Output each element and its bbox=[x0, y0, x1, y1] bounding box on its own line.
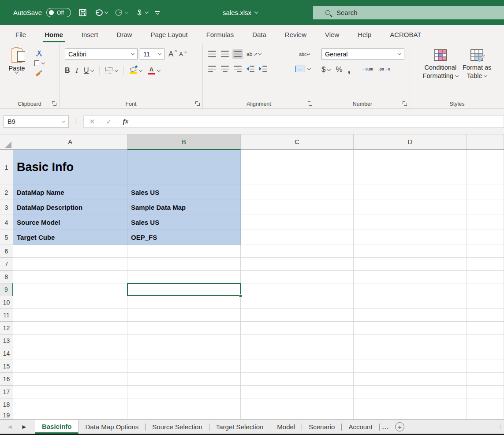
cell-C1[interactable] bbox=[241, 150, 354, 185]
cell-A12[interactable] bbox=[13, 322, 127, 335]
decrease-decimal-button[interactable]: .00 →0 bbox=[378, 67, 390, 72]
row-header-9[interactable]: 9 bbox=[0, 283, 13, 296]
cell-B17[interactable] bbox=[127, 386, 241, 398]
name-box-dropdown-icon[interactable] bbox=[62, 119, 65, 123]
cell-B6[interactable] bbox=[127, 245, 241, 258]
top-align-button[interactable] bbox=[208, 51, 216, 57]
column-header-B[interactable]: B bbox=[127, 134, 241, 150]
cell-E12[interactable] bbox=[467, 322, 504, 335]
ribbon-tab-help[interactable]: Help bbox=[352, 25, 377, 44]
cell-B13[interactable] bbox=[127, 335, 241, 347]
increase-indent-button[interactable] bbox=[259, 66, 267, 72]
borders-button[interactable] bbox=[105, 67, 118, 74]
cell-D6[interactable] bbox=[354, 245, 467, 258]
cell-E15[interactable] bbox=[467, 360, 504, 373]
cell-D1[interactable] bbox=[354, 150, 467, 185]
cell-B18[interactable] bbox=[127, 398, 241, 411]
number-dialog-launcher-icon[interactable] bbox=[403, 101, 407, 106]
cell-B1[interactable] bbox=[127, 150, 241, 185]
column-header-partial[interactable] bbox=[467, 134, 504, 150]
ribbon-tab-view[interactable]: View bbox=[320, 25, 344, 44]
row-header-10[interactable]: 10 bbox=[0, 296, 13, 309]
sheet-tab-source-selection[interactable]: Source Selection bbox=[146, 420, 209, 434]
middle-align-button[interactable] bbox=[221, 51, 229, 57]
comma-style-button[interactable]: , bbox=[348, 67, 351, 72]
name-box[interactable]: B9 bbox=[4, 115, 69, 128]
customize-toolbar-icon[interactable] bbox=[155, 11, 160, 14]
cell-C11[interactable] bbox=[241, 309, 354, 322]
touch-mode-button[interactable] bbox=[135, 8, 148, 17]
row-header-6[interactable]: 6 bbox=[0, 245, 13, 258]
row-header-19[interactable]: 19 bbox=[0, 411, 13, 420]
cell-B15[interactable] bbox=[127, 360, 241, 373]
cell-C16[interactable] bbox=[241, 373, 354, 386]
cell-A2[interactable]: DataMap Name bbox=[13, 185, 127, 200]
cell-A5[interactable]: Target Cube bbox=[13, 230, 127, 245]
row-header-13[interactable]: 13 bbox=[0, 335, 13, 347]
decrease-font-size-button[interactable]: A^ bbox=[177, 51, 185, 57]
ribbon-tab-acrobat[interactable]: ACROBAT bbox=[385, 25, 426, 44]
cell-E2[interactable] bbox=[467, 185, 504, 200]
cell-D13[interactable] bbox=[354, 335, 467, 347]
cell-B19[interactable] bbox=[127, 411, 241, 420]
cell-A8[interactable] bbox=[13, 271, 127, 283]
font-name-select[interactable]: Calibri bbox=[65, 48, 138, 59]
cell-D18[interactable] bbox=[354, 398, 467, 411]
format-as-table-button[interactable]: Format as Table bbox=[463, 49, 491, 108]
cell-E5[interactable] bbox=[467, 230, 504, 245]
align-right-button[interactable] bbox=[234, 66, 242, 72]
column-header-A[interactable]: A bbox=[13, 134, 127, 150]
cell-C14[interactable] bbox=[241, 347, 354, 360]
cell-E18[interactable] bbox=[467, 398, 504, 411]
row-header-12[interactable]: 12 bbox=[0, 322, 13, 335]
cell-A17[interactable] bbox=[13, 386, 127, 398]
row-header-4[interactable]: 4 bbox=[0, 215, 13, 230]
cell-D15[interactable] bbox=[354, 360, 467, 373]
borders-dropdown-icon[interactable] bbox=[115, 68, 118, 71]
copy-dropdown-icon[interactable] bbox=[41, 61, 45, 64]
autosave-toggle[interactable]: Off bbox=[46, 8, 71, 17]
row-header-17[interactable]: 17 bbox=[0, 386, 13, 398]
merge-center-dropdown-icon[interactable] bbox=[307, 67, 311, 70]
cell-C10[interactable] bbox=[241, 296, 354, 309]
ribbon-tab-file[interactable]: File bbox=[10, 25, 31, 44]
accounting-format-button[interactable]: $ bbox=[321, 65, 330, 74]
cell-A16[interactable] bbox=[13, 373, 127, 386]
cell-B9[interactable] bbox=[127, 283, 241, 296]
cell-A3[interactable]: DataMap Description bbox=[13, 200, 127, 215]
row-header-1[interactable]: 1 bbox=[0, 150, 13, 185]
cell-D19[interactable] bbox=[354, 411, 467, 420]
format-painter-button[interactable] bbox=[34, 70, 45, 76]
insert-function-button[interactable]: fx bbox=[117, 118, 134, 125]
cell-E17[interactable] bbox=[467, 386, 504, 398]
more-sheets-indicator[interactable]: ... bbox=[380, 420, 392, 434]
fill-handle[interactable] bbox=[239, 294, 242, 297]
cell-D3[interactable] bbox=[354, 200, 467, 215]
row-header-16[interactable]: 16 bbox=[0, 373, 13, 386]
cell-B7[interactable] bbox=[127, 258, 241, 271]
cell-B2[interactable]: Sales US bbox=[127, 185, 241, 200]
font-size-select[interactable]: 11 bbox=[140, 48, 164, 59]
cell-E7[interactable] bbox=[467, 258, 504, 271]
cell-C13[interactable] bbox=[241, 335, 354, 347]
sheet-tab-basicinfo[interactable]: BasicInfo bbox=[35, 420, 79, 434]
cell-B10[interactable] bbox=[127, 296, 241, 309]
cell-B3[interactable]: Sample Data Map bbox=[127, 200, 241, 215]
cell-A15[interactable] bbox=[13, 360, 127, 373]
font-dialog-launcher-icon[interactable] bbox=[195, 101, 200, 106]
bottom-align-button[interactable] bbox=[232, 49, 243, 59]
bold-button[interactable]: B bbox=[65, 67, 70, 74]
cell-A1[interactable]: Basic Info bbox=[13, 150, 127, 185]
cell-C4[interactable] bbox=[241, 215, 354, 230]
cell-B4[interactable]: Sales US bbox=[127, 215, 241, 230]
increase-font-size-button[interactable]: A^ bbox=[167, 50, 175, 59]
font-color-dropdown-icon[interactable] bbox=[157, 68, 161, 71]
document-title[interactable]: sales.xlsx bbox=[223, 0, 258, 25]
cell-A4[interactable]: Source Model bbox=[13, 215, 127, 230]
fill-color-button[interactable] bbox=[130, 67, 142, 74]
copy-button[interactable] bbox=[34, 60, 45, 66]
cell-E8[interactable] bbox=[467, 271, 504, 283]
ribbon-tab-data[interactable]: Data bbox=[247, 25, 272, 44]
cell-A14[interactable] bbox=[13, 347, 127, 360]
cell-B16[interactable] bbox=[127, 373, 241, 386]
